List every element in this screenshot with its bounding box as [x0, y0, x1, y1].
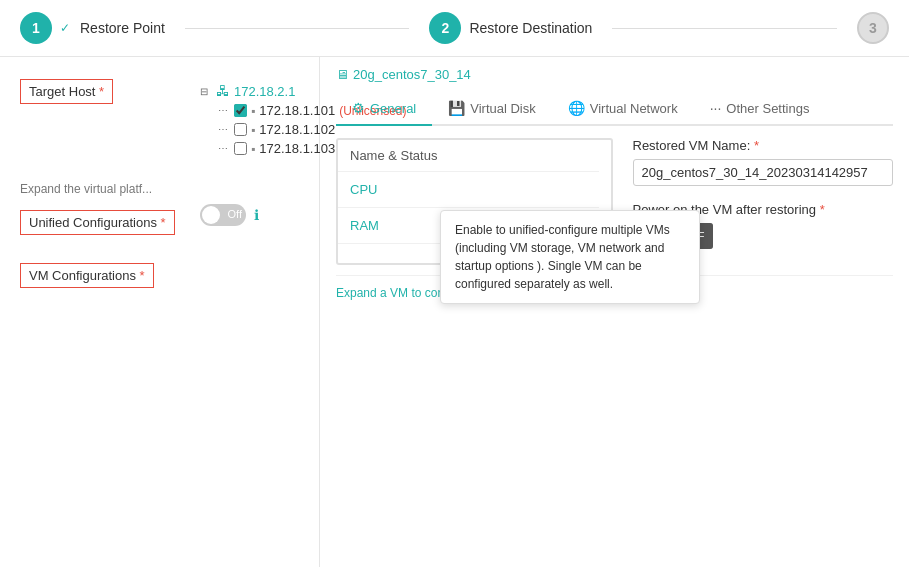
step-2: 2 Restore Destination: [429, 12, 592, 44]
unified-config-row: Unified Configurations * Off ℹ: [20, 204, 299, 241]
unified-config-toggle[interactable]: Off: [200, 204, 246, 226]
vm-link-text: 20g_centos7_30_14: [353, 67, 471, 82]
step-3-circle: 3: [857, 12, 889, 44]
step-1: 1 ✓ Restore Point: [20, 12, 165, 44]
name-status-header: Name & Status: [338, 140, 599, 172]
tree-checkbox-2[interactable]: [234, 123, 247, 136]
unified-config-label-box: Unified Configurations *: [20, 210, 175, 235]
tree-expand-3: ⋯: [218, 143, 230, 154]
tree-checkbox-1[interactable]: [234, 104, 247, 117]
other-settings-tab-icon: ···: [710, 100, 722, 116]
vm-link-icon: 🖥: [336, 67, 349, 82]
tab-virtual-disk[interactable]: 💾 Virtual Disk: [432, 92, 552, 126]
target-host-required: *: [99, 84, 104, 99]
restored-vm-name-label: Restored VM Name: *: [633, 138, 894, 153]
unified-config-label-container: Unified Configurations *: [20, 204, 200, 241]
tooltip-text: Enable to unified-configure multiple VMs…: [455, 223, 670, 291]
vm-config-label: VM Configurations: [29, 268, 136, 283]
step-2-number: 2: [442, 20, 450, 36]
target-host-label-container: Target Host *: [20, 73, 200, 110]
vm-icon-1: ▪: [251, 104, 255, 118]
vm-icon-3: ▪: [251, 142, 255, 156]
vm-link[interactable]: 🖥 20g_centos7_30_14: [336, 67, 471, 82]
tooltip-box: Enable to unified-configure multiple VMs…: [440, 210, 700, 304]
tree-expand-root[interactable]: ⊟: [200, 86, 212, 97]
step-2-circle: 2: [429, 12, 461, 44]
vm-icon-2: ▪: [251, 123, 255, 137]
left-panel: Target Host * ⊟ 🖧 172.18.2.1 ⋯ ▪: [0, 57, 320, 567]
virtual-disk-tab-icon: 💾: [448, 100, 465, 116]
main-content: Target Host * ⊟ 🖧 172.18.2.1 ⋯ ▪: [0, 57, 909, 567]
name-status-label: Name & Status: [350, 148, 437, 163]
tab-virtual-network-label: Virtual Network: [590, 101, 678, 116]
cpu-label: CPU: [350, 182, 377, 197]
step-3-number: 3: [869, 20, 877, 36]
tree-expand-1: ⋯: [218, 105, 230, 116]
virtual-network-tab-icon: 🌐: [568, 100, 585, 116]
step-1-circle: 1: [20, 12, 52, 44]
tree-root-link[interactable]: 172.18.2.1: [234, 84, 295, 99]
tab-other-settings-label: Other Settings: [726, 101, 809, 116]
target-host-row: Target Host * ⊟ 🖧 172.18.2.1 ⋯ ▪: [20, 73, 299, 166]
step-1-check: ✓: [60, 21, 70, 35]
tree-expand-2: ⋯: [218, 124, 230, 135]
restored-vm-name-row: Restored VM Name: *: [633, 138, 894, 186]
tab-other-settings[interactable]: ··· Other Settings: [694, 92, 826, 126]
expand-hint: Expand the virtual platf...: [20, 182, 299, 196]
vm-config-label-container: VM Configurations *: [20, 257, 200, 294]
sub-tabs: ⚙ General 💾 Virtual Disk 🌐 Virtual Netwo…: [336, 92, 893, 126]
toggle-slider: Off: [200, 204, 246, 226]
info-icon[interactable]: ℹ: [254, 207, 259, 223]
ram-label: RAM: [350, 218, 379, 233]
toggle-container: Off ℹ: [200, 204, 259, 226]
restored-vm-name-input[interactable]: [633, 159, 894, 186]
tab-general[interactable]: ⚙ General: [336, 92, 432, 126]
unified-config-required: *: [161, 215, 166, 230]
step-2-label: Restore Destination: [469, 20, 592, 36]
wizard-header: 1 ✓ Restore Point 2 Restore Destination …: [0, 0, 909, 57]
target-host-label: Target Host: [29, 84, 95, 99]
vm-config-row: VM Configurations *: [20, 257, 299, 294]
step-divider-2: [612, 28, 837, 29]
tab-virtual-disk-label: Virtual Disk: [470, 101, 536, 116]
unified-config-label: Unified Configurations: [29, 215, 157, 230]
target-host-label-box: Target Host *: [20, 79, 113, 104]
step-1-label: Restore Point: [80, 20, 165, 36]
vm-config-label-box: VM Configurations *: [20, 263, 154, 288]
cpu-section[interactable]: CPU: [338, 172, 599, 208]
tree-checkbox-3[interactable]: [234, 142, 247, 155]
step-3: 3: [857, 12, 889, 44]
vm-config-required: *: [140, 268, 145, 283]
step-divider-1: [185, 28, 410, 29]
step-1-number: 1: [32, 20, 40, 36]
power-on-required: *: [820, 202, 825, 217]
server-icon: 🖧: [216, 83, 230, 99]
tab-virtual-network[interactable]: 🌐 Virtual Network: [552, 92, 694, 126]
toggle-off-label: Off: [228, 208, 242, 220]
general-tab-icon: ⚙: [352, 100, 365, 116]
tab-general-label: General: [370, 101, 416, 116]
right-panel: 🖥 20g_centos7_30_14 ⚙ General 💾 Virtual …: [320, 57, 909, 567]
restored-vm-name-required: *: [754, 138, 759, 153]
